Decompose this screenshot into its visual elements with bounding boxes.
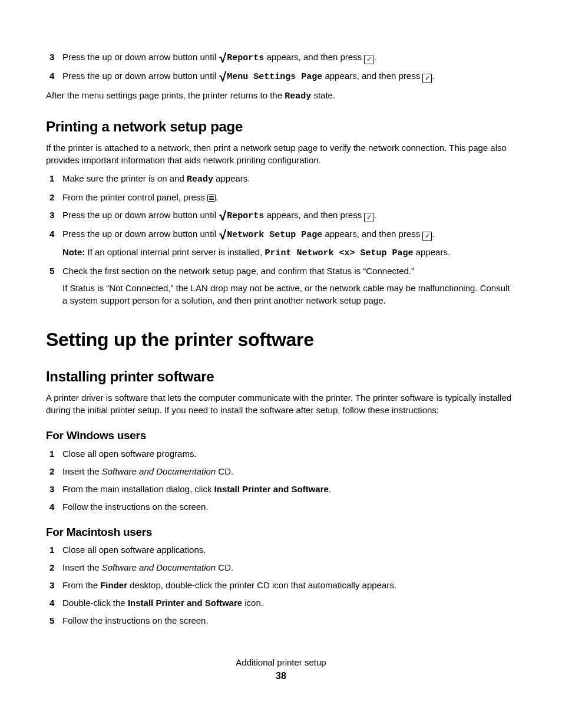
step-number: 2 bbox=[49, 465, 54, 477]
list-item: 3 Press the up or down arrow button unti… bbox=[46, 51, 516, 64]
step-number: 4 bbox=[49, 70, 54, 82]
step-text: Close all open software applications. bbox=[62, 545, 206, 555]
list-item: 1 Make sure the printer is on and Ready … bbox=[46, 172, 516, 186]
step-number: 5 bbox=[49, 265, 54, 277]
text-mono: Ready bbox=[285, 91, 311, 101]
step-mono: Menu Settings Page bbox=[227, 72, 322, 82]
heading-install-software: Installing printer software bbox=[46, 367, 516, 387]
list-item: 4 Press the up or down arrow button unti… bbox=[46, 228, 516, 259]
paragraph: After the menu settings page prints, the… bbox=[46, 89, 516, 103]
list-item: 4 Press the up or down arrow button unti… bbox=[46, 70, 516, 83]
heading-network: Printing a network setup page bbox=[46, 117, 516, 137]
step-text: From the bbox=[62, 580, 100, 590]
step-text: Insert the bbox=[62, 562, 102, 572]
step-text: desktop, double-click the printer CD ico… bbox=[127, 580, 396, 590]
ok-button-icon: ✓ bbox=[364, 213, 373, 222]
step-number: 3 bbox=[49, 483, 54, 495]
step-number: 3 bbox=[49, 51, 54, 63]
paragraph: A printer driver is software that lets t… bbox=[46, 391, 516, 416]
step-text: appears, and then press bbox=[264, 52, 364, 62]
note-label: Note: bbox=[62, 247, 85, 257]
step-number: 2 bbox=[49, 561, 54, 574]
mac-steps: 1 Close all open software applications. … bbox=[46, 543, 516, 627]
step-text: Press the up or down arrow button until bbox=[62, 52, 219, 62]
windows-steps: 1 Close all open software programs. 2 In… bbox=[46, 447, 516, 513]
step-text: CD. bbox=[216, 562, 233, 572]
step-text: Make sure the printer is on and bbox=[62, 173, 187, 183]
footer-title: Additional printer setup bbox=[46, 656, 516, 668]
step-number: 3 bbox=[49, 209, 54, 221]
step-text: Press the up or down arrow button until bbox=[62, 210, 219, 220]
ok-button-icon: ✓ bbox=[422, 232, 432, 241]
step-text: CD. bbox=[216, 466, 233, 476]
step-text: Press the up or down arrow button until bbox=[62, 71, 219, 81]
step-number: 5 bbox=[49, 614, 54, 627]
step-text: Press the up or down arrow button until bbox=[62, 229, 219, 239]
list-item: 4 Double-click the Install Printer and S… bbox=[46, 597, 516, 609]
step-text: From the printer control panel, press bbox=[62, 192, 207, 202]
step-number: 1 bbox=[49, 543, 54, 556]
step-text: Follow the instructions on the screen. bbox=[62, 502, 209, 512]
ok-button-icon: ✓ bbox=[364, 55, 373, 64]
list-item: 5 Check the first section on the network… bbox=[46, 265, 516, 307]
ok-button-icon: ✓ bbox=[422, 74, 432, 83]
list-item: 1 Close all open software applications. bbox=[46, 543, 516, 556]
step-number: 3 bbox=[49, 579, 54, 591]
step-mono: Reports bbox=[227, 53, 264, 63]
step-number: 2 bbox=[49, 191, 54, 203]
step-bold: Install Printer and Software bbox=[214, 484, 329, 494]
step-bold: Finder bbox=[100, 580, 127, 590]
step-text: Follow the instructions on the screen. bbox=[62, 615, 209, 625]
list-item: 2 Insert the Software and Documentation … bbox=[46, 465, 516, 477]
step-italic: Software and Documentation bbox=[102, 466, 216, 476]
list-item: 3 From the main installation dialog, cli… bbox=[46, 483, 516, 495]
note-text: If an optional internal print server is … bbox=[85, 247, 265, 257]
step-mono: Network Setup Page bbox=[227, 230, 322, 240]
step-number: 4 bbox=[49, 597, 54, 609]
step-bold: Install Printer and Software bbox=[128, 598, 242, 608]
step-number: 4 bbox=[49, 500, 54, 513]
page-footer: Additional printer setup 38 bbox=[46, 656, 516, 683]
footer-page-number: 38 bbox=[46, 670, 516, 683]
network-steps: 1 Make sure the printer is on and Ready … bbox=[46, 172, 516, 307]
heading-mac: For Macintosh users bbox=[46, 525, 516, 541]
step-text: appears, and then press bbox=[322, 71, 422, 81]
top-steps: 3 Press the up or down arrow button unti… bbox=[46, 51, 516, 83]
step-text: Insert the bbox=[62, 466, 102, 476]
step-text: appears, and then press bbox=[264, 210, 364, 220]
step-note: Note: If an optional internal print serv… bbox=[62, 246, 516, 259]
step-text: appears, and then press bbox=[322, 229, 422, 239]
step-mono: Ready bbox=[187, 174, 213, 185]
paragraph: If the printer is attached to a network,… bbox=[46, 141, 516, 166]
list-item: 2 From the printer control panel, press … bbox=[46, 191, 516, 203]
list-item: 5 Follow the instructions on the screen. bbox=[46, 614, 516, 627]
step-mono: Reports bbox=[227, 211, 264, 221]
list-item: 3 From the Finder desktop, double-click … bbox=[46, 579, 516, 591]
step-number: 1 bbox=[49, 172, 54, 185]
step-text: icon. bbox=[242, 598, 263, 608]
step-text: . bbox=[373, 210, 376, 220]
step-text: . bbox=[432, 229, 434, 239]
heading-setup-software: Setting up the printer software bbox=[46, 327, 516, 353]
list-item: 3 Press the up or down arrow button unti… bbox=[46, 209, 516, 222]
step-sub: If Status is “Not Connected,” the LAN dr… bbox=[62, 282, 516, 307]
step-text: . bbox=[432, 71, 434, 81]
note-mono: Print Network <x> Setup Page bbox=[265, 248, 413, 258]
step-number: 1 bbox=[49, 447, 54, 460]
step-text: appears. bbox=[213, 173, 250, 183]
step-text: From the main installation dialog, click bbox=[62, 484, 214, 494]
heading-windows: For Windows users bbox=[46, 428, 516, 444]
step-text: . bbox=[373, 52, 376, 62]
step-text: . bbox=[216, 192, 218, 202]
list-item: 2 Insert the Software and Documentation … bbox=[46, 561, 516, 574]
step-number: 4 bbox=[49, 228, 54, 240]
step-text: Double-click the bbox=[62, 598, 128, 608]
text: After the menu settings page prints, the… bbox=[46, 90, 285, 100]
list-item: 1 Close all open software programs. bbox=[46, 447, 516, 460]
text: state. bbox=[311, 90, 335, 100]
menu-button-icon bbox=[207, 195, 216, 202]
step-text: Close all open software programs. bbox=[62, 449, 197, 459]
step-italic: Software and Documentation bbox=[102, 562, 216, 572]
step-text: Check the first section on the network s… bbox=[62, 266, 414, 276]
note-text: appears. bbox=[414, 247, 451, 257]
